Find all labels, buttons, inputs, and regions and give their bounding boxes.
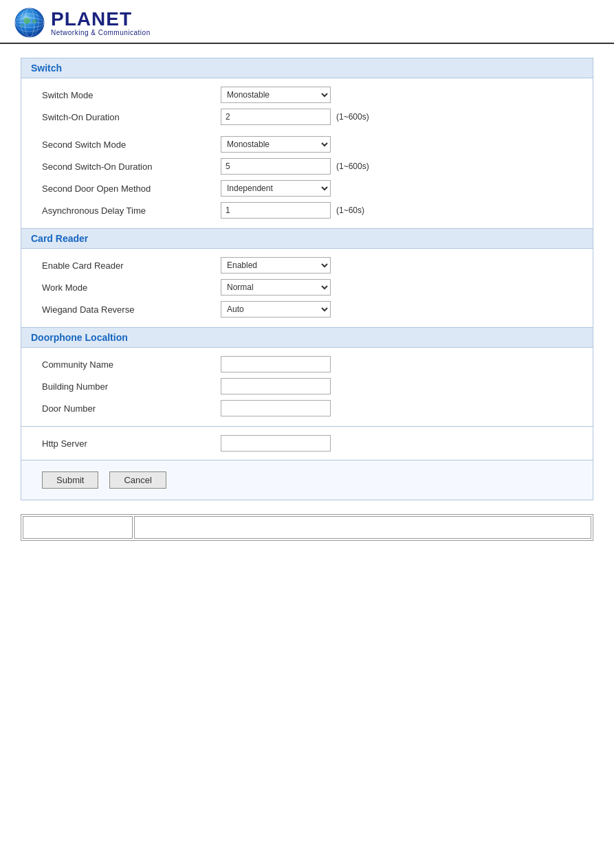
second-switch-mode-row: Second Switch Mode Monostable Bistable E… — [42, 136, 572, 153]
work-mode-control: Normal Advanced — [221, 279, 331, 296]
community-name-input[interactable] — [221, 356, 331, 372]
footer-cell-2 — [134, 516, 591, 539]
second-switch-on-duration-label: Second Switch-On Duration — [42, 162, 221, 172]
building-number-label: Building Number — [42, 381, 221, 392]
switch-on-duration-input[interactable] — [221, 109, 331, 125]
async-delay-time-hint: (1~60s) — [336, 205, 364, 215]
second-switch-on-duration-row: Second Switch-On Duration (1~600s) — [42, 158, 572, 175]
community-name-control — [221, 356, 331, 372]
wiegand-data-reverse-row: Wiegand Data Reverse Auto Normal Reverse — [42, 301, 572, 318]
async-delay-time-label: Asynchronous Delay Time — [42, 205, 221, 216]
door-number-input[interactable] — [221, 400, 331, 416]
card-reader-section-body: Enable Card Reader Enabled Disabled Work… — [21, 249, 593, 327]
second-switch-on-duration-control: (1~600s) — [221, 158, 369, 175]
community-name-row: Community Name — [42, 356, 572, 372]
building-number-input[interactable] — [221, 378, 331, 394]
card-reader-section-header: Card Reader — [21, 229, 593, 249]
http-server-row: Http Server — [42, 435, 572, 452]
switch-mode-label: Switch Mode — [42, 90, 221, 100]
second-switch-on-duration-input[interactable] — [221, 158, 331, 175]
doorphone-section-body: Community Name Building Number Door Numb… — [21, 348, 593, 426]
submit-button[interactable]: Submit — [42, 471, 98, 489]
wiegand-data-reverse-select[interactable]: Auto Normal Reverse — [221, 301, 331, 318]
http-server-label: Http Server — [42, 438, 221, 449]
wiegand-data-reverse-label: Wiegand Data Reverse — [42, 304, 221, 315]
second-switch-mode-control: Monostable Bistable Emergency — [221, 136, 331, 153]
second-door-open-method-label: Second Door Open Method — [42, 183, 221, 194]
card-reader-section-title: Card Reader — [31, 233, 88, 244]
enable-card-reader-control: Enabled Disabled — [221, 257, 331, 274]
http-server-control — [221, 435, 331, 452]
enable-card-reader-row: Enable Card Reader Enabled Disabled — [42, 257, 572, 274]
switch-mode-row: Switch Mode Monostable Bistable Emergenc… — [42, 87, 572, 103]
async-delay-time-input[interactable] — [221, 202, 331, 219]
second-door-open-method-row: Second Door Open Method Independent Sync… — [42, 180, 572, 197]
switch-on-duration-label: Switch-On Duration — [42, 112, 221, 122]
building-number-row: Building Number — [42, 378, 572, 394]
work-mode-row: Work Mode Normal Advanced — [42, 279, 572, 296]
buttons-row: Submit Cancel — [21, 460, 593, 500]
logo-planet-text: PLANET — [51, 10, 151, 29]
second-switch-mode-select[interactable]: Monostable Bistable Emergency — [221, 136, 331, 153]
door-number-control — [221, 400, 331, 416]
card-reader-section: Card Reader Enable Card Reader Enabled D… — [21, 229, 593, 328]
door-number-label: Door Number — [42, 403, 221, 414]
doorphone-section: Doorphone Localtion Community Name Build… — [21, 328, 593, 427]
switch-section-body: Switch Mode Monostable Bistable Emergenc… — [21, 78, 593, 228]
http-server-section: Http Server — [21, 427, 593, 460]
switch-section-title: Switch — [31, 63, 62, 74]
work-mode-select[interactable]: Normal Advanced — [221, 279, 331, 296]
building-number-control — [221, 378, 331, 394]
switch-on-duration-control: (1~600s) — [221, 109, 369, 125]
second-door-open-method-control: Independent Synchronized — [221, 180, 331, 197]
switch-on-duration-row: Switch-On Duration (1~600s) — [42, 109, 572, 125]
http-server-input[interactable] — [221, 435, 331, 452]
community-name-label: Community Name — [42, 359, 221, 370]
switch-section-header: Switch — [21, 58, 593, 78]
footer-row — [23, 516, 591, 539]
planet-logo-globe — [14, 7, 45, 38]
wiegand-data-reverse-control: Auto Normal Reverse — [221, 301, 331, 318]
work-mode-label: Work Mode — [42, 282, 221, 293]
switch-mode-select[interactable]: Monostable Bistable Emergency — [221, 87, 331, 103]
doorphone-section-title: Doorphone Localtion — [31, 332, 128, 343]
header: PLANET Networking & Communication — [0, 0, 614, 43]
enable-card-reader-label: Enable Card Reader — [42, 260, 221, 271]
http-server-section-body: Http Server — [21, 427, 593, 460]
async-delay-time-control: (1~60s) — [221, 202, 364, 219]
second-switch-on-duration-hint: (1~600s) — [336, 162, 369, 171]
enable-card-reader-select[interactable]: Enabled Disabled — [221, 257, 331, 274]
logo-area: PLANET Networking & Communication — [14, 7, 151, 38]
door-number-row: Door Number — [42, 400, 572, 416]
footer-cell-1 — [23, 516, 133, 539]
switch-section: Switch Switch Mode Monostable Bistable E… — [21, 58, 593, 229]
switch-mode-control: Monostable Bistable Emergency — [221, 87, 331, 103]
switch-on-duration-hint: (1~600s) — [336, 112, 369, 122]
logo-sub-text: Networking & Communication — [51, 29, 151, 36]
logo-text: PLANET Networking & Communication — [51, 10, 151, 36]
cancel-button[interactable]: Cancel — [109, 471, 166, 489]
second-door-open-method-select[interactable]: Independent Synchronized — [221, 180, 331, 197]
footer-table — [21, 514, 593, 541]
main-content: Switch Switch Mode Monostable Bistable E… — [0, 44, 614, 555]
second-switch-mode-label: Second Switch Mode — [42, 140, 221, 150]
doorphone-section-header: Doorphone Localtion — [21, 328, 593, 348]
async-delay-time-row: Asynchronous Delay Time (1~60s) — [42, 202, 572, 219]
